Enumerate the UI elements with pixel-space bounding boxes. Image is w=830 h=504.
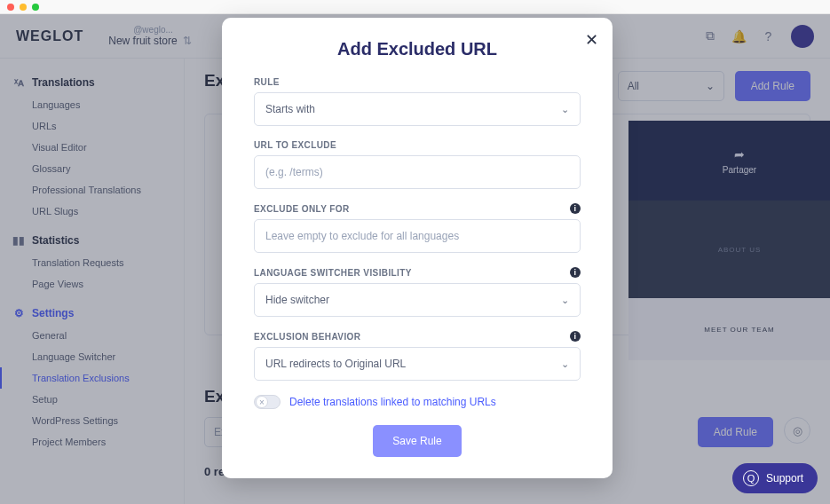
- minimize-window-dot[interactable]: [20, 4, 27, 11]
- url-input[interactable]: [254, 155, 581, 189]
- support-button[interactable]: Q Support: [732, 463, 818, 493]
- label-url: URL TO EXCLUDE: [254, 140, 581, 150]
- label-behavior: EXCLUSION BEHAVIORi: [254, 331, 581, 342]
- add-excluded-url-modal: ✕ Add Excluded URL RULE Starts with⌄ URL…: [222, 18, 613, 478]
- label-switcher: LANGUAGE SWITCHER VISIBILITYi: [254, 267, 581, 278]
- behavior-select[interactable]: URL redirects to Original URL⌄: [254, 347, 581, 381]
- modal-title: Add Excluded URL: [254, 39, 581, 59]
- chevron-down-icon: ⌄: [561, 295, 569, 306]
- delete-translations-toggle[interactable]: [254, 395, 281, 409]
- save-rule-button[interactable]: Save Rule: [373, 425, 461, 457]
- maximize-window-dot[interactable]: [32, 4, 39, 11]
- label-rule: RULE: [254, 77, 581, 87]
- rule-select[interactable]: Starts with⌄: [254, 92, 581, 126]
- delete-translations-row: Delete translations linked to matching U…: [254, 395, 581, 409]
- switcher-select[interactable]: Hide switcher⌄: [254, 283, 581, 317]
- exclude-input[interactable]: [254, 219, 581, 253]
- exclude-field[interactable]: [265, 230, 569, 242]
- close-window-dot[interactable]: [7, 4, 14, 11]
- info-icon[interactable]: i: [570, 331, 581, 342]
- window-chrome: [0, 0, 830, 14]
- close-icon[interactable]: ✕: [585, 30, 598, 50]
- support-icon: Q: [743, 470, 759, 486]
- info-icon[interactable]: i: [570, 203, 581, 214]
- url-field[interactable]: [265, 166, 569, 178]
- toggle-label: Delete translations linked to matching U…: [289, 396, 496, 408]
- info-icon[interactable]: i: [570, 267, 581, 278]
- chevron-down-icon: ⌄: [561, 104, 569, 115]
- support-label: Support: [766, 472, 803, 484]
- label-exclude: EXCLUDE ONLY FORi: [254, 203, 581, 214]
- app-root: WEGLOT @weglo... New fruit store ⇅ Overv…: [0, 14, 830, 504]
- chevron-down-icon: ⌄: [561, 358, 569, 370]
